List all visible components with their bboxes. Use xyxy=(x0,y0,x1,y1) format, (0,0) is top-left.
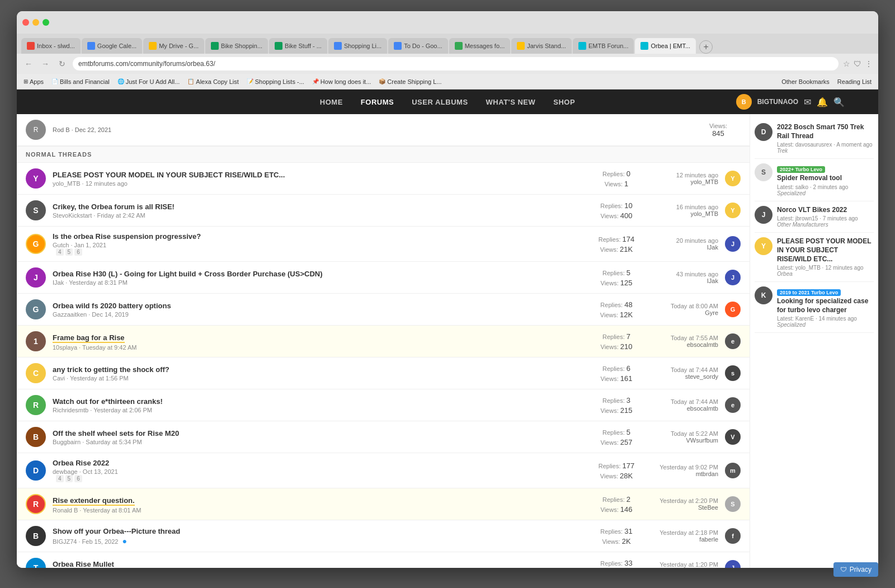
close-button[interactable] xyxy=(22,19,29,26)
thread-item[interactable]: C any trick to getting the shock off? Ca… xyxy=(17,357,750,389)
thread-title[interactable]: Off the shelf wheel sets for Rise M20 xyxy=(53,429,587,438)
thread-item[interactable]: 1 Frame bag for a Rise 10splaya · Tuesda… xyxy=(17,326,750,357)
other-bookmarks[interactable]: Other Bookmarks xyxy=(779,77,832,86)
thread-title[interactable]: Orbea Rise H30 (L) - Going for Light bui… xyxy=(53,270,587,278)
tab-shopping[interactable]: Shopping Li... xyxy=(328,38,387,54)
thread-title[interactable]: Crikey, the Orbea forum is all RISE! xyxy=(53,203,587,211)
url-box[interactable]: emtbforums.com/community/forums/orbea.63… xyxy=(73,57,839,70)
maximize-button[interactable] xyxy=(43,19,49,26)
sidebar-forum-link[interactable]: Orbea xyxy=(777,271,874,277)
tab-bike-stuff[interactable]: Bike Stuff - ... xyxy=(269,38,327,54)
back-button[interactable]: ← xyxy=(22,58,35,70)
tab-drive[interactable]: My Drive - G... xyxy=(143,38,204,54)
thread-item[interactable]: Y PLEASE POST YOUR MODEL IN YOUR SUBJECT… xyxy=(17,163,750,195)
thread-avatar: R xyxy=(26,120,46,140)
thread-item[interactable]: R Watch out for e*thirteen cranks! Richr… xyxy=(17,389,750,421)
star-icon[interactable]: ☆ xyxy=(843,59,850,68)
thread-item[interactable]: B Off the shelf wheel sets for Rise M20 … xyxy=(17,421,750,453)
thread-main: Rod B · Dec 22, 2021 xyxy=(53,126,689,133)
thread-main: Crikey, the Orbea forum is all RISE! Ste… xyxy=(53,203,587,219)
bookmark-justforu[interactable]: 🌐 Just For U Add All... xyxy=(115,77,182,86)
nav-forums[interactable]: FORUMS xyxy=(361,98,394,106)
sidebar-thread-title[interactable]: 2022 Bosch Smart 750 Trek Rail Thread xyxy=(777,123,874,140)
tab-favicon xyxy=(211,42,219,50)
thread-title[interactable]: Frame bag for a Rise xyxy=(53,333,125,343)
thread-stats: Views: 845 xyxy=(696,123,741,138)
bookmark-howlong[interactable]: 📌 How long does it... xyxy=(310,77,374,86)
thread-main: Orbea Rise 2022 dewbage · Oct 13, 2021 4… xyxy=(53,459,587,482)
tab-label: EMTB Forun... xyxy=(588,43,629,49)
nav-home[interactable]: HOME xyxy=(320,98,343,106)
tab-todo[interactable]: To Do - Goo... xyxy=(388,38,447,54)
menu-icon[interactable]: ⋮ xyxy=(865,59,873,68)
tab-messages[interactable]: Messages fo... xyxy=(449,38,511,54)
tab-bike-shop[interactable]: Bike Shoppin... xyxy=(205,38,268,54)
reload-button[interactable]: ↻ xyxy=(56,58,68,70)
thread-title[interactable]: Is the orbea Rise suspension progressive… xyxy=(53,232,587,241)
bookmark-apps[interactable]: ⊞ Apps xyxy=(21,77,46,86)
tab-favicon xyxy=(578,42,586,50)
sidebar-forum-link[interactable]: Other Manufacturers xyxy=(777,222,874,228)
thread-stats: Replies: 2 Views: 146 xyxy=(594,494,639,514)
thread-title[interactable]: any trick to getting the shock off? xyxy=(53,365,587,374)
thread-title[interactable]: Orbea Rise Mullet xyxy=(53,560,587,568)
tab-favicon xyxy=(517,42,525,50)
tab-label: My Drive - G... xyxy=(159,43,199,49)
bell-icon[interactable]: 🔔 xyxy=(817,97,828,107)
normal-threads-label: NORMAL THREADS xyxy=(17,146,750,163)
sidebar-content: PLEASE POST YOUR MODEL IN YOUR SUBJECT R… xyxy=(777,237,874,277)
other-bookmarks-label: Other Bookmarks xyxy=(781,78,830,85)
last-poster-avatar: J xyxy=(725,236,741,252)
bookmark-alexa[interactable]: 📋 Alexa Copy List xyxy=(185,77,241,86)
thread-item[interactable]: D Orbea Rise 2022 dewbage · Oct 13, 2021… xyxy=(17,453,750,488)
thread-title[interactable]: Watch out for e*thirteen cranks! xyxy=(53,397,587,406)
new-tab-button[interactable]: + xyxy=(699,40,713,54)
nav-albums[interactable]: USER ALBUMS xyxy=(412,98,468,106)
search-icon[interactable]: 🔍 xyxy=(833,97,845,107)
thread-item[interactable]: J Orbea Rise H30 (L) - Going for Light b… xyxy=(17,262,750,294)
thread-time: 12 minutes ago yolo_MTB xyxy=(646,172,718,185)
thread-item[interactable]: R Rise extender question. Ronald B · Yes… xyxy=(17,488,750,520)
thread-avatar: B xyxy=(26,427,46,447)
bookmark-bills[interactable]: 📄 Bills and Financial xyxy=(49,77,112,86)
tab-gcal[interactable]: Google Cale... xyxy=(82,38,142,54)
thread-title[interactable]: Show off your Orbea---Picture thread xyxy=(53,527,587,535)
thread-title[interactable]: PLEASE POST YOUR MODEL IN YOUR SUBJECT R… xyxy=(53,171,587,179)
tab-orbea[interactable]: Orbea | EMT... xyxy=(635,38,696,54)
thread-item[interactable]: T Orbea Rise Mullet Tommy.tcm · Jun 19, … xyxy=(17,552,750,568)
thread-stats: Replies: 6 Views: 161 xyxy=(594,363,639,383)
thread-item[interactable]: S Crikey, the Orbea forum is all RISE! S… xyxy=(17,195,750,227)
sidebar-thread-title[interactable]: Looking for specialized case for turbo l… xyxy=(777,297,874,314)
sidebar-thread-title[interactable]: Spider Removal tool xyxy=(777,174,874,183)
sidebar-thread-title[interactable]: PLEASE POST YOUR MODEL IN YOUR SUBJECT R… xyxy=(777,237,874,264)
privacy-button[interactable]: 🛡 Privacy xyxy=(833,562,878,577)
thread-title[interactable]: Rise extender question. xyxy=(53,496,135,506)
thread-main: Frame bag for a Rise 10splaya · Tuesday … xyxy=(53,332,587,351)
thread-item[interactable]: G Orbea wild fs 2020 battery options Gaz… xyxy=(17,294,750,326)
nav-shop[interactable]: SHOP xyxy=(553,98,575,106)
nav-whatsnew[interactable]: WHAT'S NEW xyxy=(486,98,536,106)
thread-title[interactable]: Orbea Rise 2022 xyxy=(53,459,587,467)
sidebar-thread-title[interactable]: Norco VLT Bikes 2022 xyxy=(777,206,874,215)
sidebar-forum-link[interactable]: Specialized xyxy=(777,190,874,196)
bookmark-shipping[interactable]: 📦 Create Shipping L... xyxy=(376,77,444,86)
tab-inbox[interactable]: Inbox - slwd... xyxy=(21,38,81,54)
thread-prev-meta: Rod B · Dec 22, 2021 xyxy=(53,126,689,133)
thread-title[interactable]: Orbea wild fs 2020 battery options xyxy=(53,302,587,310)
thread-item[interactable]: G Is the orbea Rise suspension progressi… xyxy=(17,227,750,262)
sidebar-badge: 2019 to 2021 Turbo Levo xyxy=(777,289,841,296)
sidebar-forum-link[interactable]: Trek xyxy=(777,148,874,154)
thread-avatar: R xyxy=(26,395,46,415)
forward-button[interactable]: → xyxy=(39,58,51,70)
minimize-button[interactable] xyxy=(32,19,39,26)
bookmark-shopping[interactable]: 📝 Shopping Lists -... xyxy=(244,77,307,86)
tab-favicon xyxy=(455,42,463,50)
mail-icon[interactable]: ✉ xyxy=(804,97,811,107)
tab-label: Jarvis Stand... xyxy=(527,43,566,49)
tab-emtb[interactable]: EMTB Forun... xyxy=(573,38,634,54)
thread-item[interactable]: B Show off your Orbea---Picture thread B… xyxy=(17,520,750,552)
reading-list[interactable]: Reading List xyxy=(835,77,874,86)
sidebar-forum-link[interactable]: Specialized xyxy=(777,322,874,328)
thread-main: any trick to getting the shock off? Cavi… xyxy=(53,365,587,382)
tab-jarvis[interactable]: Jarvis Stand... xyxy=(511,38,572,54)
